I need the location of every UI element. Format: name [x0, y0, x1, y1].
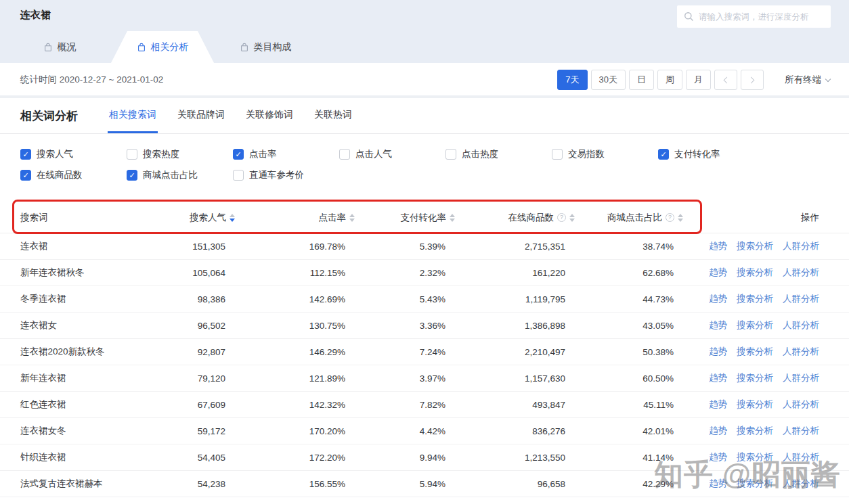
search-input[interactable]: [699, 12, 824, 22]
subtab-related-search-words[interactable]: 相关搜索词: [108, 98, 158, 133]
action-link[interactable]: 趋势: [709, 319, 727, 331]
action-link[interactable]: 人群分析: [783, 372, 819, 384]
action-link[interactable]: 人群分析: [783, 346, 819, 358]
value-cell: 59,172: [169, 426, 235, 436]
terminal-dropdown[interactable]: 所有终端: [785, 74, 830, 86]
filter-label: 点击热度: [462, 148, 498, 160]
action-link[interactable]: 趋势: [709, 267, 727, 279]
action-link[interactable]: 趋势: [709, 451, 727, 463]
checkbox-icon[interactable]: [233, 149, 244, 160]
tab-overview[interactable]: 概况: [8, 31, 111, 63]
filter-item[interactable]: 搜索热度: [127, 148, 233, 160]
help-icon[interactable]: [666, 213, 674, 222]
col-online-items[interactable]: 在线商品数: [455, 212, 575, 224]
value-cell: 54,405: [169, 453, 235, 463]
next-period-button[interactable]: [741, 70, 764, 90]
filter-item[interactable]: 点击热度: [445, 148, 552, 160]
col-label: 商城点击占比: [607, 212, 662, 224]
filter-item[interactable]: 直通车参考价: [233, 169, 339, 181]
range-month-button[interactable]: 月: [686, 70, 711, 90]
search-icon: [684, 12, 694, 22]
value-cell: 45.11%: [575, 400, 683, 410]
action-link[interactable]: 搜索分析: [737, 478, 773, 490]
row-actions: 趋势搜索分析人群分析: [683, 398, 819, 411]
action-link[interactable]: 趋势: [709, 425, 727, 437]
checkbox-icon[interactable]: [445, 149, 456, 160]
checkbox-icon[interactable]: [127, 170, 137, 181]
subtab-brand-words[interactable]: 关联品牌词: [176, 98, 226, 133]
subtab-modifier-words[interactable]: 关联修饰词: [244, 98, 295, 133]
action-link[interactable]: 趋势: [709, 372, 727, 384]
checkbox-icon[interactable]: [20, 149, 31, 160]
col-label: 搜索人气: [190, 212, 226, 224]
filter-item[interactable]: 交易指数: [552, 148, 658, 160]
action-link[interactable]: 人群分析: [783, 240, 819, 252]
tab-label: 类目构成: [254, 41, 292, 53]
chevron-right-icon: [748, 76, 755, 83]
prev-period-button[interactable]: [714, 70, 737, 90]
keyword-cell: 连衣裙: [20, 240, 169, 252]
tab-category-composition[interactable]: 类目构成: [214, 31, 317, 63]
chevron-down-icon: [825, 76, 831, 81]
action-link[interactable]: 趋势: [709, 478, 727, 490]
filter-item[interactable]: 点击率: [233, 148, 339, 160]
action-link[interactable]: 人群分析: [783, 478, 819, 490]
col-mall-click-share[interactable]: 商城点击占比: [575, 212, 683, 224]
value-cell: 5.94%: [355, 479, 455, 489]
col-actions: 操作: [683, 212, 819, 224]
action-link[interactable]: 搜索分析: [737, 451, 773, 463]
action-link[interactable]: 搜索分析: [737, 425, 773, 437]
value-cell: 161,220: [455, 268, 575, 278]
action-link[interactable]: 趋势: [709, 293, 727, 305]
action-link[interactable]: 趋势: [709, 240, 727, 252]
filter-item[interactable]: 商城点击占比: [127, 169, 233, 181]
action-link[interactable]: 人群分析: [783, 319, 819, 331]
filter-label: 交易指数: [568, 148, 605, 160]
keyword-search-box[interactable]: [677, 5, 831, 28]
value-cell: 2,210,497: [455, 347, 575, 357]
action-link[interactable]: 人群分析: [783, 425, 819, 437]
checkbox-icon[interactable]: [658, 149, 669, 160]
row-actions: 趋势搜索分析人群分析: [683, 346, 819, 358]
checkbox-icon[interactable]: [20, 170, 31, 181]
action-link[interactable]: 搜索分析: [737, 372, 773, 384]
value-cell: 142.69%: [235, 294, 355, 304]
col-ctr[interactable]: 点击率: [235, 212, 355, 224]
sort-icon[interactable]: [230, 214, 235, 222]
action-link[interactable]: 搜索分析: [737, 398, 773, 411]
checkbox-icon[interactable]: [339, 149, 350, 160]
tab-related-analysis[interactable]: 相关分析: [111, 31, 214, 63]
checkbox-icon[interactable]: [127, 149, 137, 160]
col-search-popularity[interactable]: 搜索人气: [169, 212, 235, 224]
sort-icon[interactable]: [569, 214, 575, 222]
range-week-button[interactable]: 周: [657, 70, 682, 90]
action-link[interactable]: 搜索分析: [737, 319, 773, 331]
filter-item[interactable]: 点击人气: [339, 148, 445, 160]
filter-item[interactable]: 在线商品数: [20, 169, 127, 181]
action-link[interactable]: 人群分析: [783, 267, 819, 279]
action-link[interactable]: 人群分析: [783, 398, 819, 411]
bag-icon: [43, 43, 53, 52]
checkbox-icon[interactable]: [233, 170, 244, 181]
col-conversion[interactable]: 支付转化率: [355, 212, 455, 224]
action-link[interactable]: 搜索分析: [737, 267, 773, 279]
action-link[interactable]: 趋势: [709, 398, 727, 411]
range-day-button[interactable]: 日: [629, 70, 654, 90]
filter-item[interactable]: 支付转化率: [658, 148, 764, 160]
subtab-hot-words[interactable]: 关联热词: [313, 98, 353, 133]
action-link[interactable]: 人群分析: [783, 293, 819, 305]
sort-icon[interactable]: [450, 214, 455, 222]
checkbox-icon[interactable]: [552, 149, 563, 160]
range-30d-button[interactable]: 30天: [591, 70, 626, 90]
action-link[interactable]: 趋势: [709, 346, 727, 358]
sort-icon[interactable]: [678, 214, 683, 222]
filter-item[interactable]: 搜索人气: [20, 148, 127, 160]
sort-icon[interactable]: [349, 214, 355, 222]
help-icon[interactable]: [557, 213, 566, 222]
action-link[interactable]: 搜索分析: [737, 293, 773, 305]
filter-label: 商城点击占比: [143, 169, 198, 181]
action-link[interactable]: 搜索分析: [737, 346, 773, 358]
action-link[interactable]: 搜索分析: [737, 240, 773, 252]
action-link[interactable]: 人群分析: [783, 451, 819, 463]
range-7d-button[interactable]: 7天: [557, 70, 587, 90]
